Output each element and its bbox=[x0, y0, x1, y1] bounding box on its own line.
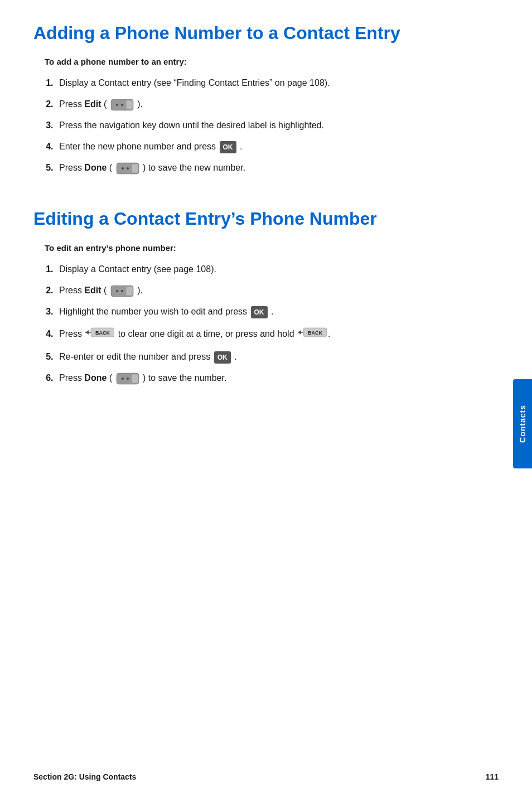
step4-text-before: Enter the new phone number and press bbox=[59, 142, 219, 151]
list-item: Highlight the number you wish to edit an… bbox=[56, 305, 499, 318]
section1-sublabel: To add a phone number to an entry: bbox=[45, 57, 499, 66]
section2-heading: Editing a Contact Entry’s Phone Number bbox=[33, 208, 499, 229]
list-item: Press the navigation key down until the … bbox=[56, 119, 499, 132]
s2-step6-text-after: ( bbox=[107, 373, 112, 383]
svg-rect-27 bbox=[132, 374, 138, 383]
step1-text: Display a Contact entry (see “Finding Co… bbox=[59, 78, 330, 88]
section1-heading: Adding a Phone Number to a Contact Entry bbox=[33, 22, 499, 43]
svg-rect-4 bbox=[126, 100, 133, 109]
s2-step6-text-before: Press bbox=[59, 373, 84, 383]
svg-point-11 bbox=[116, 290, 118, 292]
step5-suffix: ) to save the new number. bbox=[143, 163, 245, 172]
list-item: Display a Contact entry (see page 108). bbox=[56, 263, 499, 276]
s2-step2-bold: Edit bbox=[84, 286, 101, 295]
side-tab-label: Contacts bbox=[518, 405, 527, 443]
svg-point-24 bbox=[122, 378, 124, 380]
list-item: Press Done ( ) to save the new number. bbox=[56, 161, 499, 175]
s2-step3-text-before: Highlight the number you wish to edit an… bbox=[59, 307, 250, 316]
done-button-icon-2 bbox=[116, 373, 139, 385]
svg-point-1 bbox=[116, 104, 118, 106]
list-item: Press BACK to clear one digit at a time,… bbox=[56, 326, 499, 342]
back-button-icon-2: BACK bbox=[298, 326, 327, 342]
page-content: Adding a Phone Number to a Contact Entry… bbox=[0, 0, 532, 452]
ok-button-icon-2: OK bbox=[251, 306, 268, 318]
s2-step4-text-before: Press bbox=[59, 329, 84, 338]
svg-point-25 bbox=[127, 378, 129, 380]
list-item: Re-enter or edit the number and press OK… bbox=[56, 350, 499, 364]
svg-rect-9 bbox=[132, 164, 138, 173]
svg-text:BACK: BACK bbox=[308, 330, 322, 336]
s2-step5-text-before: Re-enter or edit the number and press bbox=[59, 352, 213, 361]
s2-step6-bold: Done bbox=[84, 373, 107, 383]
step2-bold: Edit bbox=[84, 99, 101, 109]
s2-step2-text-before: Press bbox=[59, 286, 84, 295]
edit-button-icon-2 bbox=[110, 285, 134, 297]
footer-page-number: 111 bbox=[486, 772, 499, 781]
svg-point-6 bbox=[122, 167, 124, 170]
s2-step1-text: Display a Contact entry (see page 108). bbox=[59, 264, 216, 274]
svg-point-12 bbox=[121, 290, 123, 292]
ok-button-icon-3: OK bbox=[214, 351, 231, 364]
section1-steps: Display a Contact entry (see “Finding Co… bbox=[56, 76, 499, 175]
step5-bold: Done bbox=[84, 163, 107, 172]
svg-point-2 bbox=[121, 104, 123, 106]
section-spacer bbox=[33, 197, 499, 208]
svg-point-7 bbox=[127, 167, 129, 170]
svg-text:BACK: BACK bbox=[95, 330, 110, 336]
s2-step5-text-after: . bbox=[234, 352, 236, 361]
side-tab: Contacts bbox=[513, 379, 532, 468]
s2-step2-suffix: ). bbox=[137, 286, 143, 295]
edit-button-icon bbox=[110, 99, 134, 111]
list-item: Press Edit ( ). bbox=[56, 98, 499, 111]
list-item: Press Done ( ) to save the number. bbox=[56, 371, 499, 385]
s2-step6-suffix: ) to save the number. bbox=[143, 373, 226, 383]
step5-text-after: ( bbox=[107, 163, 112, 172]
step2-text-after: ( bbox=[101, 99, 107, 109]
step3-text: Press the navigation key down until the … bbox=[59, 120, 324, 130]
section2-sublabel: To edit an entry’s phone number: bbox=[45, 243, 499, 253]
s2-step4-suffix: . bbox=[328, 329, 330, 338]
svg-marker-16 bbox=[85, 330, 89, 335]
footer-section-label: Section 2G: Using Contacts bbox=[33, 772, 136, 781]
done-button-icon bbox=[116, 162, 139, 175]
step2-text-before: Press bbox=[59, 99, 84, 109]
s2-step2-text-after: ( bbox=[101, 286, 107, 295]
svg-marker-20 bbox=[298, 330, 301, 335]
list-item: Display a Contact entry (see “Finding Co… bbox=[56, 76, 499, 90]
step2-suffix: ). bbox=[137, 99, 143, 109]
ok-button-icon: OK bbox=[220, 141, 236, 153]
back-button-icon-1: BACK bbox=[85, 326, 114, 342]
step5-text-before: Press bbox=[59, 163, 84, 172]
step4-text-after: . bbox=[240, 142, 242, 151]
s2-step3-text-after: . bbox=[271, 307, 273, 316]
page-footer: Section 2G: Using Contacts 111 bbox=[33, 772, 499, 781]
s2-step4-text-after: to clear one digit at a time, or press a… bbox=[118, 329, 297, 338]
svg-rect-14 bbox=[126, 287, 133, 296]
list-item: Enter the new phone number and press OK … bbox=[56, 140, 499, 153]
list-item: Press Edit ( ). bbox=[56, 284, 499, 297]
section2-steps: Display a Contact entry (see page 108). … bbox=[56, 263, 499, 385]
